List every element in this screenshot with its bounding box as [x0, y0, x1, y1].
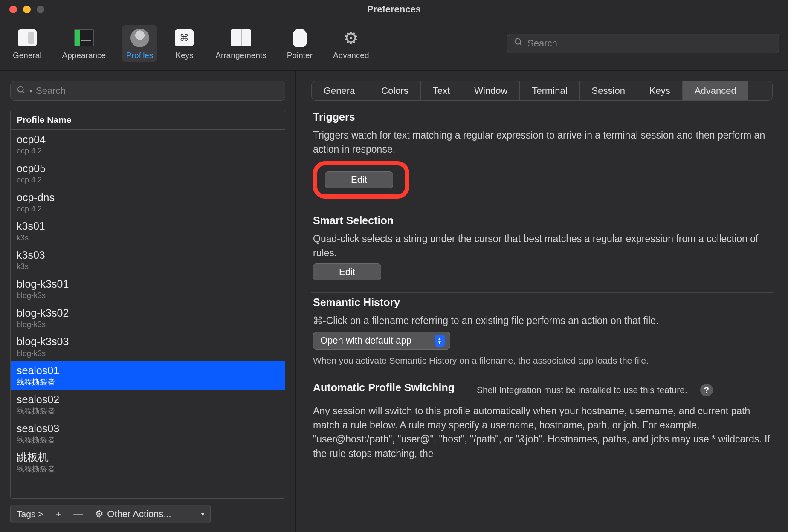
profile-subtitle: k3s	[17, 233, 279, 243]
aps-hint: Shell Integration must be installed to u…	[477, 385, 687, 395]
profile-subtitle: 线程撕裂者	[17, 406, 279, 416]
section-smart-selection: Smart Selection Quad-click selects a str…	[311, 211, 773, 293]
advanced-icon: ⚙	[340, 28, 362, 48]
semantic-action-value: Open with default app	[320, 335, 411, 346]
semantic-title: Semantic History	[313, 296, 771, 309]
minimize-window-button[interactable]	[23, 6, 31, 13]
profile-row[interactable]: ocp-dnsocp 4.2	[11, 188, 285, 217]
toolbar-keys-label: Keys	[175, 51, 193, 60]
profile-subtitle: ocp 4.2	[17, 146, 279, 156]
profile-name: ocp04	[17, 133, 279, 146]
profile-row[interactable]: blog-k3s02blog-k3s	[11, 303, 285, 332]
smart-desc: Quad-click selects a string under the cu…	[313, 232, 771, 260]
profile-name: ocp-dns	[17, 191, 279, 204]
profile-name: blog-k3s03	[17, 335, 279, 348]
toolbar-general[interactable]: General	[9, 25, 46, 62]
profile-search[interactable]: ▾	[10, 81, 285, 101]
profile-search-input[interactable]	[36, 85, 279, 96]
profile-list: Profile Name ocp04ocp 4.2ocp05ocp 4.2ocp…	[10, 110, 285, 499]
main: ▾ Profile Name ocp04ocp 4.2ocp05ocp 4.2o…	[0, 71, 788, 532]
window-title: Preferences	[0, 4, 788, 15]
triggers-desc: Triggers watch for text matching a regul…	[313, 128, 771, 157]
triggers-edit-callout: Edit	[313, 161, 409, 199]
profile-row[interactable]: k3s03k3s	[11, 245, 285, 274]
svg-line-1	[520, 43, 522, 46]
profile-name: blog-k3s02	[17, 306, 279, 320]
profile-rows: ocp04ocp 4.2ocp05ocp 4.2ocp-dnsocp 4.2k3…	[11, 130, 285, 498]
other-actions-button[interactable]: ⚙ Other Actions... ▾	[89, 505, 210, 523]
tab-advanced[interactable]: Advanced	[683, 81, 748, 100]
chevron-down-icon: ▾	[201, 511, 204, 518]
profile-name: k3s03	[17, 249, 279, 262]
pointer-icon	[289, 28, 310, 48]
profile-row[interactable]: blog-k3s01blog-k3s	[11, 274, 285, 303]
toolbar-keys[interactable]: ⌘ Keys	[169, 25, 199, 62]
toolbar-pointer[interactable]: Pointer	[283, 25, 317, 62]
appearance-icon	[73, 28, 95, 48]
profile-subtitle: blog-k3s	[17, 291, 279, 301]
toolbar-pointer-label: Pointer	[287, 51, 313, 60]
profile-subtitle: blog-k3s	[17, 349, 279, 359]
add-profile-button[interactable]: +	[49, 505, 67, 523]
profile-list-header: Profile Name	[11, 110, 285, 130]
close-window-button[interactable]	[9, 6, 17, 13]
tab-colors[interactable]: Colors	[369, 81, 421, 100]
semantic-note: When you activate Semantic History on a …	[313, 356, 771, 366]
zoom-window-button[interactable]	[37, 6, 44, 13]
tab-keys[interactable]: Keys	[637, 81, 683, 100]
popup-arrows-icon: ▲▼	[435, 335, 445, 347]
semantic-action-popup[interactable]: Open with default app ▲▼	[313, 332, 450, 350]
profile-row[interactable]: 跳板机线程撕裂者	[11, 447, 285, 476]
profile-row[interactable]: k3s01k3s	[11, 216, 285, 245]
sidebar: ▾ Profile Name ocp04ocp 4.2ocp05ocp 4.2o…	[0, 71, 296, 532]
content: GeneralColorsTextWindowTerminalSessionKe…	[296, 71, 788, 532]
profile-name: sealos03	[17, 422, 279, 435]
gear-icon: ⚙	[95, 509, 104, 520]
profile-subtitle: ocp 4.2	[17, 204, 279, 214]
triggers-title: Triggers	[313, 111, 771, 123]
tags-button[interactable]: Tags >	[10, 505, 49, 523]
profile-name: k3s01	[17, 220, 279, 233]
toolbar: General Appearance Profiles ⌘ Keys Arran…	[0, 19, 788, 71]
toolbar-search[interactable]	[507, 34, 779, 53]
toolbar-search-input[interactable]	[527, 38, 772, 49]
smart-edit-button[interactable]: Edit	[313, 263, 381, 280]
profile-row[interactable]: sealos01线程撕裂者	[11, 361, 285, 390]
tab-text[interactable]: Text	[421, 81, 462, 100]
tab-general[interactable]: General	[312, 81, 369, 100]
tab-window[interactable]: Window	[462, 81, 520, 100]
help-icon[interactable]: ?	[700, 384, 713, 396]
profile-name: 跳板机	[17, 451, 279, 464]
aps-title: Automatic Profile Switching	[313, 382, 455, 394]
profile-row[interactable]: ocp05ocp 4.2	[11, 159, 285, 188]
profile-subtitle: ocp 4.2	[17, 175, 279, 185]
profile-subtitle: 线程撕裂者	[17, 435, 279, 445]
general-icon	[17, 28, 38, 48]
other-actions-label: Other Actions...	[107, 509, 171, 520]
profile-subtitle: 线程撕裂者	[17, 464, 279, 474]
triggers-edit-button[interactable]: Edit	[325, 171, 393, 188]
section-triggers: Triggers Triggers watch for text matchin…	[311, 107, 773, 211]
profile-name: ocp05	[17, 162, 279, 175]
toolbar-appearance-label: Appearance	[62, 51, 106, 60]
section-automatic-profile-switching: Automatic Profile Switching Shell Integr…	[311, 378, 773, 476]
chevron-down-icon[interactable]: ▾	[29, 87, 32, 94]
keys-icon: ⌘	[174, 28, 195, 48]
toolbar-arrangements-label: Arrangements	[215, 51, 266, 60]
toolbar-profiles[interactable]: Profiles	[122, 25, 157, 62]
profile-row[interactable]: sealos03线程撕裂者	[11, 419, 285, 448]
remove-profile-button[interactable]: —	[67, 505, 89, 523]
profile-row[interactable]: ocp04ocp 4.2	[11, 130, 285, 159]
arrangements-icon	[230, 28, 252, 48]
profile-name: sealos01	[17, 364, 279, 377]
profile-name: blog-k3s01	[17, 278, 279, 291]
profile-row[interactable]: blog-k3s03blog-k3s	[11, 332, 285, 361]
toolbar-arrangements[interactable]: Arrangements	[211, 25, 270, 62]
toolbar-general-label: General	[13, 51, 42, 60]
titlebar: Preferences	[0, 0, 788, 19]
tab-session[interactable]: Session	[580, 81, 637, 100]
toolbar-appearance[interactable]: Appearance	[58, 25, 110, 62]
profile-row[interactable]: sealos02线程撕裂者	[11, 390, 285, 419]
tab-terminal[interactable]: Terminal	[520, 81, 579, 100]
toolbar-advanced[interactable]: ⚙ Advanced	[329, 25, 374, 62]
